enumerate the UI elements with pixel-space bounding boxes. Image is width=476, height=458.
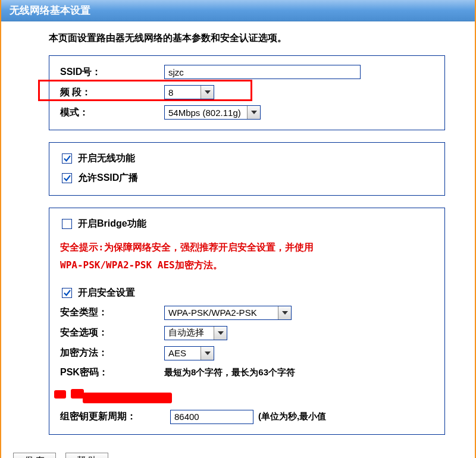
allow-ssid-broadcast-row: 允许SSID广播 — [60, 168, 434, 188]
enable-security-row: 开启安全设置 — [60, 283, 434, 303]
security-warning: 安全提示:为保障网络安全，强烈推荐开启安全设置，并使用 WPA-PSK/WPA2… — [60, 239, 434, 275]
save-button[interactable]: 保 存 — [13, 453, 56, 458]
ssid-label: SSID号： — [60, 66, 164, 79]
mode-select[interactable]: 54Mbps (802.11g) — [164, 105, 261, 120]
mode-label: 模式： — [60, 106, 164, 119]
button-bar: 保 存 帮 助 — [1, 453, 475, 458]
chevron-down-icon — [247, 106, 260, 119]
encrypt-method-value: AES — [165, 347, 201, 360]
allow-ssid-broadcast-checkbox[interactable] — [62, 173, 72, 183]
group-key-hint: (单位为秒,最小值 — [258, 411, 326, 422]
group-key-row: 组密钥更新周期： (单位为秒,最小值 — [60, 407, 434, 427]
chevron-down-icon — [214, 327, 227, 340]
enable-wireless-checkbox[interactable] — [62, 153, 72, 164]
mode-select-value: 54Mbps (802.11g) — [165, 106, 247, 119]
group-key-input[interactable] — [170, 410, 253, 424]
chevron-down-icon — [201, 86, 214, 99]
security-type-select[interactable]: WPA-PSK/WPA2-PSK — [164, 306, 292, 320]
enable-security-checkbox[interactable] — [62, 288, 72, 298]
security-option-row: 安全选项： 自动选择 — [60, 323, 434, 343]
allow-ssid-broadcast-label: 允许SSID广播 — [78, 172, 138, 184]
chevron-down-icon — [201, 347, 214, 360]
ssid-input[interactable] — [164, 65, 361, 79]
intro-text: 本页面设置路由器无线网络的基本参数和安全认证选项。 — [49, 32, 445, 45]
basic-settings-section: SSID号： 频 段： 8 模式： 54Mbps (802.11g) — [49, 55, 445, 130]
channel-label: 频 段： — [60, 86, 164, 99]
enable-bridge-label: 开启Bridge功能 — [78, 218, 146, 230]
encrypt-method-select[interactable]: AES — [164, 346, 214, 360]
security-type-label: 安全类型： — [60, 306, 164, 319]
encrypt-method-row: 加密方法： AES — [60, 343, 434, 363]
page-title: 无线网络基本设置 — [1, 0, 475, 21]
enable-security-label: 开启安全设置 — [78, 287, 135, 299]
channel-select-value: 8 — [165, 86, 201, 99]
security-option-value: 自动选择 — [165, 327, 214, 340]
help-button[interactable]: 帮 助 — [65, 453, 108, 458]
psk-password-hint: 最短为8个字符，最长为63个字符 — [164, 367, 295, 378]
security-option-select[interactable]: 自动选择 — [164, 326, 227, 340]
enable-wireless-label: 开启无线功能 — [78, 152, 135, 165]
ssid-row: SSID号： — [60, 62, 434, 82]
enable-wireless-row: 开启无线功能 — [60, 149, 434, 168]
security-option-label: 安全选项： — [60, 327, 164, 339]
encrypt-method-label: 加密方法： — [60, 347, 164, 359]
security-type-value: WPA-PSK/WPA2-PSK — [165, 306, 278, 319]
group-key-label: 组密钥更新周期： — [60, 410, 170, 423]
enable-bridge-checkbox[interactable] — [62, 219, 72, 229]
channel-select[interactable]: 8 — [164, 85, 214, 99]
psk-password-redacted — [54, 387, 434, 404]
security-section: 开启Bridge功能 安全提示:为保障网络安全，强烈推荐开启安全设置，并使用 W… — [49, 208, 445, 435]
security-type-row: 安全类型： WPA-PSK/WPA2-PSK — [60, 303, 434, 323]
psk-password-label: PSK密码： — [60, 366, 164, 379]
chevron-down-icon — [278, 306, 291, 319]
security-warning-line2: WPA-PSK/WPA2-PSK AES加密方法。 — [60, 256, 434, 274]
security-warning-line1: 安全提示:为保障网络安全，强烈推荐开启安全设置，并使用 — [60, 239, 434, 256]
wireless-toggles-section: 开启无线功能 允许SSID广播 — [49, 142, 445, 196]
psk-password-row: PSK密码： 最短为8个字符，最长为63个字符 — [60, 363, 434, 382]
enable-bridge-row: 开启Bridge功能 — [60, 214, 434, 234]
mode-row: 模式： 54Mbps (802.11g) — [60, 102, 434, 123]
channel-row: 频 段： 8 — [60, 82, 434, 102]
